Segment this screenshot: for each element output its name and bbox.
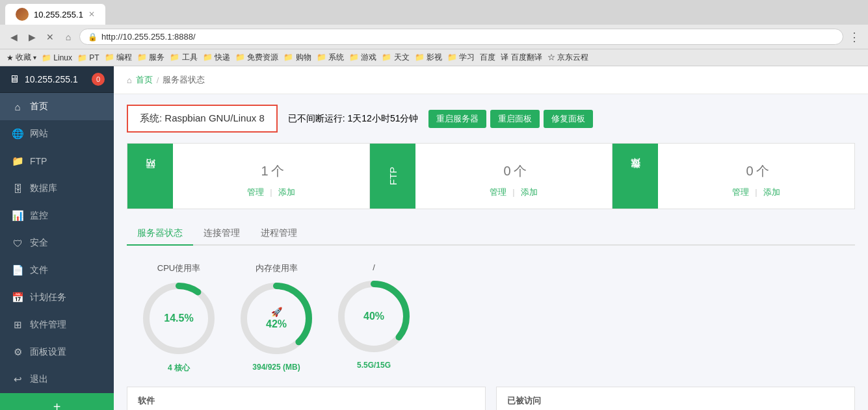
bookmark-coding[interactable]: 📁 编程 xyxy=(105,52,132,63)
cpu-gauge-value: 14.5% xyxy=(164,313,193,324)
sidebar-badge: 0 xyxy=(92,73,105,86)
sidebar-item-home[interactable]: ⌂ 首页 xyxy=(0,93,114,120)
bookmark-express[interactable]: 📁 快递 xyxy=(203,52,230,63)
sidebar-ip: 10.255.255.1 xyxy=(25,74,78,84)
bookmark-favorites[interactable]: ★ 收藏 ▾ xyxy=(7,52,36,63)
bookmark-service[interactable]: 📁 服务 xyxy=(137,52,164,63)
bookmark-shop[interactable]: 📁 购物 xyxy=(283,52,311,63)
menu-button[interactable]: ⋮ xyxy=(847,30,861,44)
bookmark-system[interactable]: 📁 系统 xyxy=(317,52,344,63)
tab-server-status[interactable]: 服务器状态 xyxy=(127,222,193,246)
bookmark-tools[interactable]: 📁 工具 xyxy=(170,52,197,63)
back-button[interactable]: ◀ xyxy=(7,30,21,44)
sidebar-item-database[interactable]: 🗄 数据库 xyxy=(0,175,114,202)
add-ftp-link[interactable]: 添加 xyxy=(521,187,538,197)
stat-actions-database: 管理 | 添加 xyxy=(732,186,781,198)
close-icon[interactable]: ✕ xyxy=(88,10,95,19)
address-bar[interactable]: 🔒 http://10.255.255.1:8888/ xyxy=(79,29,843,45)
breadcrumb-separator: / xyxy=(157,75,159,85)
settings-icon: ⚙ xyxy=(12,346,23,358)
sidebar-header: 🖥 10.255.255.1 0 xyxy=(0,66,114,93)
close-button[interactable]: ✕ xyxy=(43,30,57,44)
main-content: ⌂ 首页 / 服务器状态 系统: Raspbian GNU/Linux 8 已不… xyxy=(114,66,868,410)
stat-label-ftp: FTP xyxy=(370,144,415,209)
sidebar-item-software[interactable]: ⊞ 软件管理 xyxy=(0,311,114,339)
software-card: 软件 xyxy=(127,387,486,410)
restart-panel-button[interactable]: 重启面板 xyxy=(490,110,540,128)
tab-connection-mgmt[interactable]: 连接管理 xyxy=(193,222,250,246)
repair-panel-button[interactable]: 修复面板 xyxy=(544,110,593,128)
tab-process-mgmt[interactable]: 进程管理 xyxy=(250,222,308,246)
url-display: http://10.255.255.1:8888/ xyxy=(101,32,196,42)
sidebar-item-files[interactable]: 📄 文件 xyxy=(0,257,114,284)
gauge-disk: / 40% 5.5G/15G xyxy=(335,263,413,374)
manage-database-link[interactable]: 管理 xyxy=(732,187,749,197)
action-buttons: 重启服务器 重启面板 修复面板 xyxy=(428,110,593,128)
logout-icon: ↩ xyxy=(12,374,23,385)
bookmark-translate[interactable]: 译 百度翻译 xyxy=(501,52,542,63)
sidebar-item-website[interactable]: 🌐 网站 xyxy=(0,120,114,147)
lock-icon: 🔒 xyxy=(88,32,98,42)
star-icon: ★ xyxy=(7,53,14,62)
bookmark-linux[interactable]: 📁 Linux xyxy=(42,53,72,62)
forward-button[interactable]: ▶ xyxy=(25,30,39,44)
manage-website-link[interactable]: 管理 xyxy=(247,187,264,197)
file-icon: 📄 xyxy=(12,264,23,276)
bookmark-baidu[interactable]: 百度 xyxy=(480,52,495,63)
system-bar: 系统: Raspbian GNU/Linux 8 已不间断运行: 1天12小时5… xyxy=(127,105,855,133)
sidebar-label-panel-settings: 面板设置 xyxy=(30,346,66,358)
sidebar-label-monitor: 监控 xyxy=(30,210,48,222)
stat-count-database: 0个 xyxy=(743,154,769,181)
gauge-memory: 内存使用率 🚀 42% 394/925 (MB) xyxy=(237,263,315,374)
bookmark-free[interactable]: 📁 免费资源 xyxy=(235,52,278,63)
browser-controls: ◀ ▶ ✕ ⌂ 🔒 http://10.255.255.1:8888/ ⋮ xyxy=(0,25,868,49)
stat-card-database: 数据库 0个 管理 | 添加 xyxy=(612,144,854,209)
bookmark-astro[interactable]: 📁 天文 xyxy=(382,52,409,63)
content-area: 系统: Raspbian GNU/Linux 8 已不间断运行: 1天12小时5… xyxy=(114,94,868,410)
cpu-gauge-subtitle: 4 核心 xyxy=(168,363,190,374)
home-button[interactable]: ⌂ xyxy=(61,30,75,44)
sidebar-item-security[interactable]: 🛡 安全 xyxy=(0,229,114,257)
database-icon: 🗄 xyxy=(12,183,23,194)
add-website-link[interactable]: 添加 xyxy=(278,187,295,197)
stat-label-database: 数据库 xyxy=(612,144,658,209)
bookmark-video[interactable]: 📁 影视 xyxy=(415,52,442,63)
monitor-icon2: 📊 xyxy=(12,210,23,222)
sidebar-item-monitor[interactable]: 📊 监控 xyxy=(0,202,114,229)
rocket-icon: 🚀 xyxy=(266,307,287,317)
bookmark-study[interactable]: 📁 学习 xyxy=(447,52,475,63)
breadcrumb-home[interactable]: 首页 xyxy=(136,74,153,86)
memory-gauge-subtitle: 394/925 (MB) xyxy=(252,363,300,372)
stat-label-website: 网站 xyxy=(127,144,173,209)
sidebar-item-logout[interactable]: ↩ 退出 xyxy=(0,366,114,393)
memory-gauge-value: 🚀 42% xyxy=(266,307,287,330)
add-database-link[interactable]: 添加 xyxy=(763,187,780,197)
sidebar-item-panel-settings[interactable]: ⚙ 面板设置 xyxy=(0,339,114,366)
manage-ftp-link[interactable]: 管理 xyxy=(490,187,506,197)
calendar-icon: 📅 xyxy=(12,292,23,303)
browser-tab[interactable]: 10.255.255.1 ✕ xyxy=(5,4,105,25)
access-card-title: 已被访问 xyxy=(507,395,844,410)
sidebar-label-ftp: FTP xyxy=(30,156,47,166)
software-card-title: 软件 xyxy=(138,395,475,410)
restart-server-button[interactable]: 重启服务器 xyxy=(428,110,486,128)
sidebar: 🖥 10.255.255.1 0 ⌂ 首页 🌐 网站 📁 FTP 🗄 数据库 📊… xyxy=(0,66,114,410)
sidebar-label-files: 文件 xyxy=(30,264,48,276)
system-info-text: 系统: Raspbian GNU/Linux 8 xyxy=(140,112,265,123)
add-button[interactable]: + xyxy=(0,393,114,410)
bookmark-pt[interactable]: 📁 PT xyxy=(77,53,99,62)
disk-gauge-container: 40% xyxy=(335,277,413,355)
sidebar-item-tasks[interactable]: 📅 计划任务 xyxy=(0,284,114,311)
bookmark-games[interactable]: 📁 游戏 xyxy=(349,52,376,63)
access-card: 已被访问 xyxy=(496,387,855,410)
cpu-gauge-container: 14.5% xyxy=(140,279,218,357)
stat-card-website: 网站 1个 管理 | 添加 xyxy=(127,144,370,209)
breadcrumb-home-icon: ⌂ xyxy=(127,75,132,85)
sidebar-bottom: + xyxy=(0,393,114,410)
disk-gauge-subtitle: 5.5G/15G xyxy=(357,361,391,370)
stats-cards: 网站 1个 管理 | 添加 FTP xyxy=(127,143,855,209)
uptime-text: 已不间断运行: 1天12小时51分钟 xyxy=(288,113,419,125)
memory-gauge-title: 内存使用率 xyxy=(256,263,298,274)
bookmark-jd[interactable]: ☆ 京东云程 xyxy=(547,52,588,63)
sidebar-item-ftp[interactable]: 📁 FTP xyxy=(0,147,114,175)
